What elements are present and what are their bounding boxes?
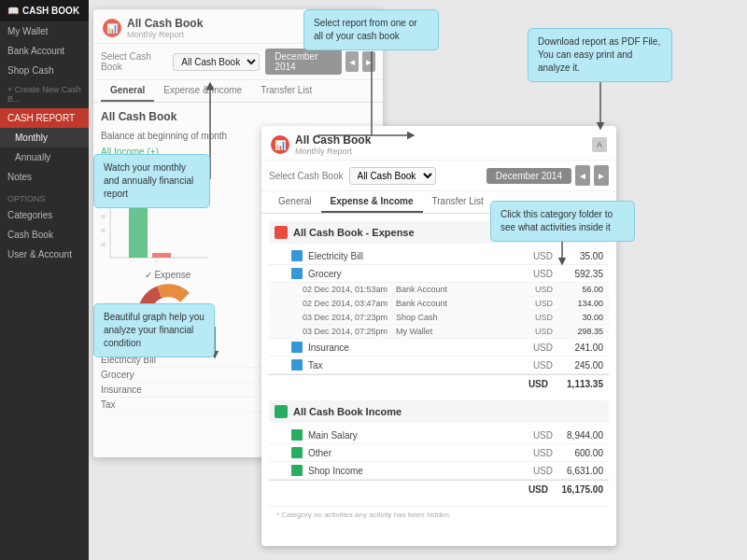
back-tab-transfer[interactable]: Transfer List — [251, 80, 321, 102]
back-next-btn[interactable]: ► — [362, 51, 375, 72]
svg-rect-6 — [129, 203, 148, 258]
sidebar: 📖 CASH BOOK My Wallet Bank Account Shop … — [0, 0, 89, 560]
front-window-title-text: All Cash Book Monthly Report — [295, 133, 371, 156]
electricity-row: Electricity Bill USD 35.00 — [269, 247, 609, 265]
income-total-row: USD 16,175.00 — [269, 480, 609, 498]
sidebar-item-my-wallet[interactable]: My Wallet — [0, 21, 89, 41]
back-window-title-text: All Cash Book Monthly Report — [127, 17, 203, 39]
main-salary-row: Main Salary USD 8,944.00 — [269, 427, 609, 444]
sidebar-item-cash-report[interactable]: CASH REPORT — [0, 108, 89, 128]
back-prev-btn[interactable]: ◄ — [345, 51, 359, 72]
grocery-icon — [291, 268, 303, 279]
grocery-sub-1: 02 Dec 2014, 01:53am Bank Account USD 56… — [269, 283, 609, 297]
sidebar-item-annually[interactable]: Annually — [0, 147, 89, 167]
svg-text:Income: Income — [129, 260, 148, 262]
svg-rect-7 — [152, 253, 171, 258]
callout-category: Click this category folder to see what a… — [490, 201, 635, 242]
front-window-icon: 📊 — [271, 135, 289, 154]
grocery-sub-4: 03 Dec 2014, 07:25pm My Wallet USD 298.3… — [269, 325, 609, 339]
sidebar-item-bank-account[interactable]: Bank Account — [0, 41, 89, 61]
grocery-sub-2: 02 Dec 2014, 03:47am Bank Account USD 13… — [269, 297, 609, 311]
front-window-content: All Cash Book - Expense Electricity Bill… — [261, 214, 616, 526]
sidebar-item-shop-cash[interactable]: Shop Cash — [0, 61, 89, 80]
callout-pdf: Download report as PDF File, You can eas… — [528, 28, 672, 82]
electricity-icon — [291, 250, 303, 261]
callout-graph: Beautiful graph help you analyze your fi… — [93, 303, 215, 357]
front-tab-transfer[interactable]: Transfer List — [423, 191, 493, 213]
front-cashbook-select[interactable]: All Cash Book — [349, 167, 436, 185]
cashbook-icon: 📖 — [7, 6, 19, 16]
front-next-btn[interactable]: ► — [594, 165, 609, 186]
front-window-titlebar: 📊 All Cash Book Monthly Report A — [261, 126, 616, 161]
svg-text:Vs Expense: Vs Expense — [147, 260, 177, 262]
front-prev-btn[interactable]: ◄ — [575, 165, 590, 186]
callout-report: Select report from one or all of your ca… — [303, 9, 439, 50]
sidebar-item-notes[interactable]: Notes — [0, 167, 89, 187]
callout-left: Watch your monthly and annually financia… — [93, 154, 210, 208]
front-window: 📊 All Cash Book Monthly Report A Select … — [261, 126, 616, 546]
back-month-nav: December 2014 ◄ ► — [265, 49, 375, 75]
grocery-sub-3: 03 Dec 2014, 07:23pm Shop Cash USD 30.00 — [269, 311, 609, 325]
shop-income-row: Shop Income USD 6,631.00 — [269, 462, 609, 480]
income-section-header[interactable]: All Cash Book Income — [269, 400, 609, 423]
other-income-row: Other USD 600.00 — [269, 444, 609, 462]
front-toolbar: Select Cash Book All Cash Book December … — [261, 161, 616, 191]
expense-total-row: USD 1,113.35 — [269, 374, 609, 393]
svg-text:5000: 5000 — [101, 242, 106, 247]
sidebar-header: 📖 CASH BOOK — [0, 0, 89, 21]
front-window-close[interactable]: A — [592, 137, 607, 152]
shop-income-icon — [291, 465, 303, 476]
sidebar-item-categories[interactable]: Categories — [0, 205, 89, 225]
front-month-nav: December 2014 ◄ ► — [486, 165, 609, 186]
grocery-row: Grocery USD 592.35 — [269, 265, 609, 283]
income-folder-icon — [275, 405, 288, 418]
sidebar-item-monthly[interactable]: Monthly — [0, 128, 89, 147]
other-income-icon — [291, 447, 303, 458]
insurance-row: Insurance USD 241.00 — [269, 339, 609, 357]
back-window-icon: 📊 — [103, 19, 121, 37]
tax-icon — [291, 359, 303, 371]
back-cashbook-select[interactable]: All Cash Book — [173, 53, 260, 71]
sidebar-section-options: OPTIONS — [0, 190, 89, 205]
sidebar-item-cashbook-opt[interactable]: Cash Book — [0, 225, 89, 245]
svg-text:15000: 15000 — [101, 214, 106, 219]
expense-folder-icon — [275, 226, 288, 239]
main-content: 📊 All Cash Book Monthly Report ✕ Select … — [89, 0, 747, 560]
front-tab-general[interactable]: General — [269, 191, 321, 213]
svg-text:12500: 12500 — [101, 228, 106, 233]
insurance-icon — [291, 342, 303, 353]
back-tab-general[interactable]: General — [101, 80, 154, 102]
back-tab-expense-income[interactable]: Expense & Income — [154, 80, 251, 102]
back-tabs: General Expense & Income Transfer List — [93, 80, 383, 103]
sidebar-item-create[interactable]: + Create New Cash B... — [0, 80, 89, 108]
sidebar-item-user-account[interactable]: User & Account — [0, 245, 89, 264]
footnote: * Category no activities any activity ha… — [269, 506, 609, 523]
tax-row: Tax USD 245.00 — [269, 357, 609, 374]
main-salary-icon — [291, 429, 303, 441]
front-tab-expense-income[interactable]: Expense & Income — [321, 191, 423, 213]
